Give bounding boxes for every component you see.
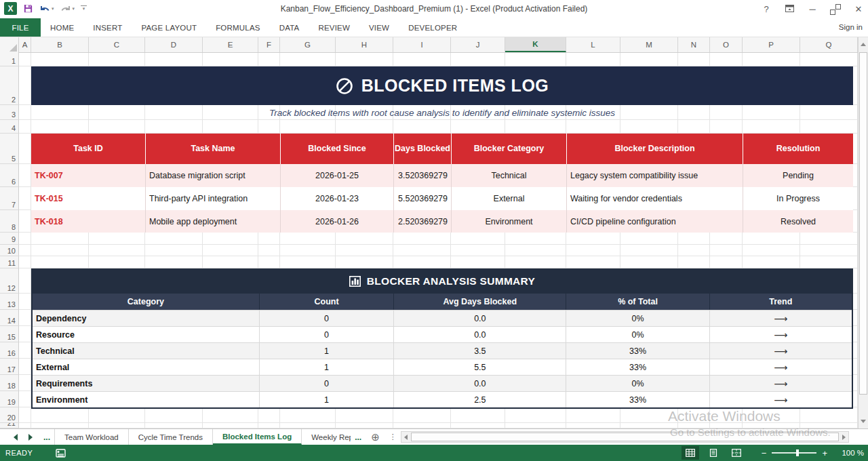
blocked-table-row[interactable]: TK-007Database migration script2026-01-2… (31, 164, 853, 187)
scroll-up-button[interactable] (859, 37, 868, 51)
row-header-16[interactable]: 16 (0, 342, 19, 359)
minimize-button[interactable]: ─ (806, 4, 819, 14)
row-header-5[interactable]: 5 (0, 134, 19, 164)
page-layout-view-button[interactable] (705, 446, 722, 460)
sheet-tab-blocked-items-log[interactable]: Blocked Items Log (213, 429, 302, 445)
page-break-preview-button[interactable] (728, 446, 745, 460)
ribbon-tab-home[interactable]: HOME (41, 18, 83, 37)
sheet-tab-weekly-rep[interactable]: Weekly Rep (302, 429, 351, 445)
blocker-description-cell[interactable]: Waiting for vendor credentials (566, 187, 743, 210)
row-header-3[interactable]: 3 (0, 105, 19, 120)
column-header-N[interactable]: N (678, 37, 710, 52)
row-header-2[interactable]: 2 (0, 66, 19, 105)
summary-pct-cell[interactable]: 33% (566, 392, 709, 407)
column-header-L[interactable]: L (566, 37, 620, 52)
column-header-G[interactable]: G (280, 37, 336, 52)
row-header-15[interactable]: 15 (0, 326, 19, 342)
summary-avg-days-cell[interactable]: 0.0 (393, 376, 566, 391)
blocked-table-row[interactable]: TK-015Third-party API integration2026-01… (31, 187, 853, 210)
summary-trend-cell[interactable]: ⟶ (709, 343, 852, 359)
resolution-cell[interactable]: In Progress (743, 187, 853, 210)
days-blocked-cell[interactable]: 2.520369279 (393, 210, 451, 233)
ribbon-tab-page-layout[interactable]: PAGE LAYOUT (132, 18, 206, 37)
column-header-M[interactable]: M (620, 37, 678, 52)
row-header-18[interactable]: 18 (0, 375, 19, 391)
zoom-slider-thumb[interactable] (796, 449, 799, 456)
days-blocked-cell[interactable]: 3.520369279 (393, 164, 451, 187)
spreadsheet-grid[interactable]: BLOCKED ITEMS LOG Track blocked items wi… (0, 53, 858, 428)
task-id-cell[interactable]: TK-018 (31, 210, 145, 233)
ribbon-tab-formulas[interactable]: FORMULAS (206, 18, 270, 37)
summary-row[interactable]: Environment12.533%⟶ (33, 391, 852, 407)
row-header-21[interactable]: 21 (0, 423, 19, 428)
summary-pct-cell[interactable]: 33% (566, 343, 709, 359)
help-button[interactable]: ? (760, 4, 773, 14)
summary-trend-cell[interactable]: ⟶ (709, 359, 852, 375)
summary-avg-days-cell[interactable]: 3.5 (393, 343, 566, 359)
close-button[interactable]: ✕ (852, 4, 865, 14)
summary-row[interactable]: Resource00.00%⟶ (33, 326, 852, 342)
task-id-cell[interactable]: TK-015 (31, 187, 145, 210)
summary-count-cell[interactable]: 0 (259, 327, 393, 342)
column-header-A[interactable]: A (19, 37, 31, 52)
row-header-7[interactable]: 7 (0, 187, 19, 210)
task-name-cell[interactable]: Database migration script (145, 164, 280, 187)
summary-row[interactable]: Dependency00.00%⟶ (33, 310, 852, 326)
column-header-H[interactable]: H (336, 37, 393, 52)
column-header-B[interactable]: B (31, 37, 89, 52)
summary-count-cell[interactable]: 0 (259, 376, 393, 391)
normal-view-button[interactable] (682, 446, 699, 460)
summary-avg-days-cell[interactable]: 5.5 (393, 359, 566, 375)
summary-count-cell[interactable]: 1 (259, 359, 393, 375)
ribbon-tab-review[interactable]: REVIEW (309, 18, 359, 37)
summary-pct-cell[interactable]: 0% (566, 376, 709, 391)
column-header-P[interactable]: P (743, 37, 800, 52)
column-header-Q[interactable]: Q (800, 37, 858, 52)
row-header-14[interactable]: 14 (0, 310, 19, 326)
sheet-scroll-right-ellipsis[interactable]: ... (351, 429, 366, 445)
task-name-cell[interactable]: Third-party API integration (145, 187, 280, 210)
summary-count-cell[interactable]: 1 (259, 392, 393, 407)
blocked-since-cell[interactable]: 2026-01-23 (280, 187, 393, 210)
next-sheet-button[interactable] (28, 434, 33, 441)
sheet-scroll-left-ellipsis[interactable]: ... (39, 429, 54, 445)
ribbon-display-options-button[interactable] (783, 4, 796, 14)
blocked-since-cell[interactable]: 2026-01-25 (280, 164, 393, 187)
zoom-slider[interactable] (772, 452, 816, 454)
ribbon-tab-view[interactable]: VIEW (359, 18, 399, 37)
ribbon-tab-insert[interactable]: INSERT (83, 18, 132, 37)
summary-avg-days-cell[interactable]: 0.0 (393, 327, 566, 342)
row-header-4[interactable]: 4 (0, 120, 19, 134)
summary-pct-cell[interactable]: 33% (566, 359, 709, 375)
summary-trend-cell[interactable]: ⟶ (709, 392, 852, 407)
blocker-category-cell[interactable]: External (451, 187, 566, 210)
summary-trend-cell[interactable]: ⟶ (709, 310, 852, 326)
row-header-20[interactable]: 20 (0, 407, 19, 423)
summary-row[interactable]: Technical13.533%⟶ (33, 342, 852, 359)
new-sheet-button[interactable]: ⊕ (366, 429, 385, 445)
resolution-cell[interactable]: Pending (743, 164, 853, 187)
blocker-category-cell[interactable]: Environment (451, 210, 566, 233)
column-header-E[interactable]: E (203, 37, 258, 52)
row-header-10[interactable]: 10 (0, 245, 19, 256)
summary-category-cell[interactable]: Technical (33, 343, 259, 359)
blocker-description-cell[interactable]: CI/CD pipeline configuration (566, 210, 743, 233)
prev-sheet-button[interactable] (14, 434, 18, 441)
row-header-9[interactable]: 9 (0, 233, 19, 245)
sheet-tab-cycle-time-trends[interactable]: Cycle Time Trends (129, 429, 213, 445)
summary-avg-days-cell[interactable]: 0.0 (393, 310, 566, 326)
scroll-down-button[interactable] (859, 414, 868, 428)
select-all-corner[interactable] (0, 37, 19, 53)
scroll-left-button[interactable] (401, 432, 411, 442)
summary-category-cell[interactable]: Requirements (33, 376, 259, 391)
sign-in-link[interactable]: Sign in (839, 23, 863, 31)
ribbon-tab-data[interactable]: DATA (270, 18, 309, 37)
summary-row[interactable]: External15.533%⟶ (33, 359, 852, 375)
sheet-tab-team-workload[interactable]: Team Workload (54, 429, 129, 445)
summary-pct-cell[interactable]: 0% (566, 327, 709, 342)
resolution-cell[interactable]: Resolved (743, 210, 853, 233)
summary-category-cell[interactable]: Dependency (33, 310, 259, 326)
column-header-C[interactable]: C (89, 37, 145, 52)
row-header-1[interactable]: 1 (0, 53, 19, 66)
summary-pct-cell[interactable]: 0% (566, 310, 709, 326)
